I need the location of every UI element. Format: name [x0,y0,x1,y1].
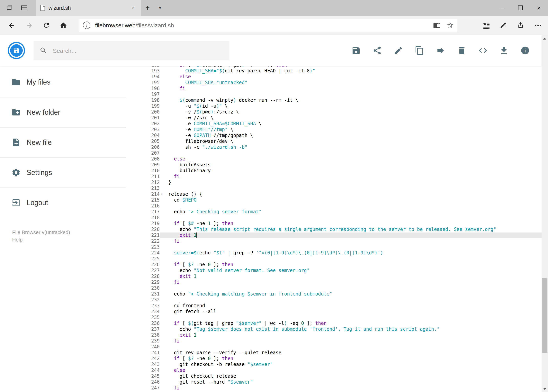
filebrowser-logo[interactable] [8,42,25,59]
code-line[interactable]: 211 fi [126,174,541,180]
code-line[interactable]: 238 exit 1 [126,332,541,338]
home-button[interactable] [55,17,72,34]
code-line-text[interactable] [168,215,541,221]
code-line-text[interactable]: if [ $? -ne 0 ]; then [168,262,541,268]
code-line[interactable]: 237 echo "Tag $semver does not exist in … [126,326,541,332]
code-line[interactable]: 206 sh -c "./wizard.sh -b" [126,144,541,150]
code-line[interactable]: 199 -u "$(id -u)" \ [126,103,541,109]
code-line[interactable]: 217 echo "> Checking semver format" [126,209,541,215]
code-line[interactable]: 232 [126,297,541,303]
code-line[interactable]: 223 [126,244,541,250]
code-line-text[interactable]: git reset --hard "$semver" [168,379,541,385]
forward-button[interactable] [20,17,38,34]
site-info-icon[interactable]: i [83,21,90,29]
code-line[interactable]: 208 else [126,156,541,162]
code-line[interactable]: 222 fi [126,238,541,244]
new-tab-button[interactable]: + [141,0,154,16]
download-icon[interactable] [499,46,508,55]
share-icon[interactable] [372,46,382,55]
code-line-text[interactable] [168,256,541,262]
code-line[interactable]: 215 cd $REPO [126,197,541,203]
code-line-text[interactable]: echo "Not valid semver format. See semve… [168,268,541,273]
code-line-text[interactable] [168,186,541,191]
code-line-text[interactable]: else [168,74,541,80]
code-line-text[interactable]: echo "> Checking matching $semver in fro… [168,291,541,297]
code-line-text[interactable]: fi [168,280,541,285]
code-line-text[interactable]: echo "This release script requires a sin… [168,227,541,232]
code-line-text[interactable] [168,203,541,209]
move-icon[interactable] [436,46,445,55]
code-line-text[interactable]: git checkout release [168,373,541,379]
reading-view-icon[interactable] [433,21,441,29]
rename-icon[interactable] [393,46,403,55]
code-line[interactable]: 195 COMMIT_SHA="untracked" [126,80,541,86]
code-line-text[interactable]: $(command -v winpty) docker run --rm -it… [168,98,541,103]
code-line-text[interactable]: exit 1 [168,273,541,280]
scrollbar-down-arrow[interactable] [541,385,548,392]
code-line-text[interactable]: -v /$(pwd):/src:z \ [168,109,541,115]
code-line-text[interactable]: echo "Tag $semver does not exist in subm… [168,326,541,332]
code-line-text[interactable]: fi [168,385,541,391]
code-line-text[interactable]: fi [168,86,541,91]
code-line-text[interactable]: -e COMMIT_SHA=$COMMIT_SHA \ [168,121,541,127]
code-line-text[interactable] [168,244,541,250]
code-line[interactable]: 228 exit 1 [126,273,541,280]
code-line[interactable]: 236 if [ $(git tag | grep "$semver" | wc… [126,321,541,326]
code-line[interactable]: 216 [126,203,541,209]
fold-marker-icon[interactable]: ▾ [160,191,168,197]
code-line[interactable]: 221 exit 1 [126,232,541,238]
code-line-text[interactable]: COMMIT_SHA="$(git rev-parse HEAD | cut -… [168,68,541,74]
back-button[interactable] [3,17,20,34]
code-line-text[interactable]: if [ $(git tag | grep "$semver" | wc -l)… [168,321,541,326]
sidebar-item-settings[interactable]: Settings [0,158,126,188]
code-line-text[interactable]: fi [168,238,541,244]
code-editor[interactable]: 192 if [ "$(command -v git)" != "" ]; th… [126,66,541,392]
code-line[interactable]: 242 if [ $? -ne 0 ]; then [126,356,541,362]
tab-close-icon[interactable]: × [130,5,137,11]
code-line-text[interactable]: else [168,156,541,162]
raw-code-icon[interactable] [478,46,487,55]
scrollbar-up-arrow[interactable] [541,35,548,42]
code-line[interactable]: 204 -e GOPATH=//tmp/gopath \ [126,133,541,139]
vertical-scrollbar[interactable] [541,35,548,392]
search-input[interactable] [52,47,223,54]
code-line[interactable]: 214▾release () { [126,191,541,197]
code-line-text[interactable]: -w //src \ [168,115,541,121]
browser-tab[interactable]: wizard.sh × [36,0,141,16]
code-line-text[interactable]: fi [168,338,541,344]
code-line-text[interactable]: git fetch --all [168,309,541,315]
code-line[interactable]: 205 filebrowser/dev \ [126,139,541,144]
code-line-text[interactable]: } [168,180,541,186]
code-line-text[interactable]: else [168,368,541,373]
code-line-text[interactable]: -e HOME="//tmp" \ [168,127,541,133]
code-line-text[interactable]: cd $REPO [168,197,541,203]
code-line-text[interactable]: COMMIT_SHA="untracked" [168,80,541,86]
code-line[interactable]: 218 [126,215,541,221]
tab-preview-chevron-icon[interactable]: ▾ [154,0,166,16]
code-line[interactable]: 207 [126,150,541,156]
code-line-text[interactable]: -u "$(id -u)" \ [168,103,541,109]
code-line[interactable]: 202 -e COMMIT_SHA=$COMMIT_SHA \ [126,121,541,127]
code-line-text[interactable]: cd frontend [168,303,541,309]
code-line-text[interactable]: if [ "$(command -v git)" != "" ]; then [168,66,541,68]
code-line[interactable]: 213 [126,186,541,191]
close-button[interactable]: × [530,0,548,16]
code-line[interactable]: 226 if [ $? -ne 0 ]; then [126,262,541,268]
code-line[interactable]: 194 else [126,74,541,80]
code-line-text[interactable]: fi [168,174,541,180]
code-line[interactable]: 245 git checkout release [126,373,541,379]
code-line-text[interactable] [168,315,541,321]
code-line[interactable]: 231 echo "> Checking matching $semver in… [126,291,541,297]
sidebar-item-my-files[interactable]: My files [0,67,126,98]
code-line-text[interactable]: exit 1 [168,232,541,238]
copy-icon[interactable] [415,46,424,55]
sidebar-item-new-folder[interactable]: New folder [0,98,126,128]
minimize-button[interactable] [493,0,511,16]
search-box[interactable] [34,41,229,60]
code-line[interactable]: 201 -w //src \ [126,115,541,121]
code-line[interactable]: 235 [126,315,541,321]
code-line[interactable]: 227 echo "Not valid semver format. See s… [126,268,541,273]
code-line[interactable]: 203 -e HOME="//tmp" \ [126,127,541,133]
code-line-text[interactable]: semver=$(echo "$1" | grep -P '^v(0|[1-9]… [168,250,541,256]
tab-preview-icon[interactable] [18,0,30,16]
